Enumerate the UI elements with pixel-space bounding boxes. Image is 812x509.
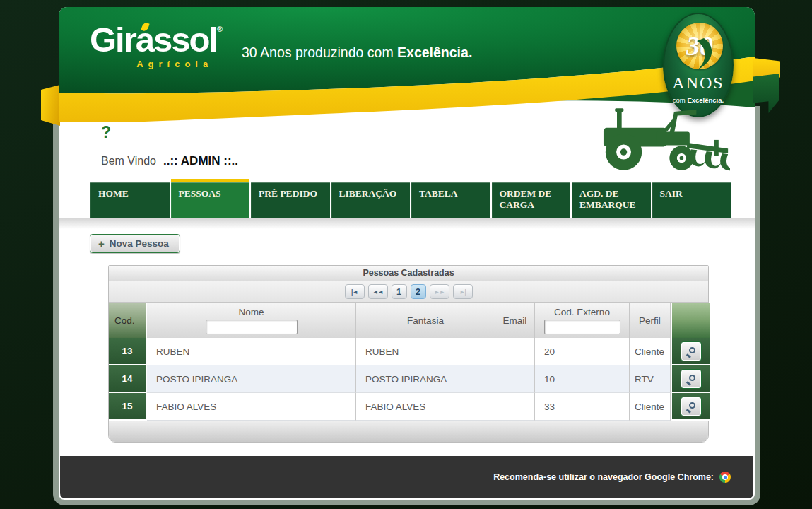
logo-subtitle: Agrícola — [90, 59, 223, 69]
cell-perfil: Cliente — [630, 393, 671, 421]
nav-item-home[interactable]: HOME — [90, 182, 170, 218]
cell-email — [495, 338, 535, 365]
badge-anos-label: ANOS — [664, 74, 732, 93]
plus-icon: + — [98, 238, 105, 250]
table-title: Pessoas Cadastradas — [109, 266, 708, 281]
table-row: 14 POSTO IPIRANGA POSTO IPIRANGA 10 RTV — [109, 365, 708, 393]
cell-email — [495, 393, 535, 421]
badge-leaf-icon — [694, 38, 718, 69]
column-header-perfil: Perfil — [630, 303, 671, 338]
pagination-page-1-button[interactable]: 1 — [392, 284, 407, 299]
tagline-bold-text: Excelência. — [397, 45, 472, 60]
cell-fantasia: FABIO ALVES — [356, 393, 495, 421]
cell-actions — [671, 393, 710, 421]
cell-email — [495, 365, 535, 393]
pagination-next-button[interactable]: ►► — [430, 284, 449, 299]
table-row: 13 RUBEN RUBEN 20 Cliente — [109, 338, 708, 365]
main-navigation: HOME PESSOAS PRÉ PEDIDO LIBERAÇÂO TABELA… — [90, 179, 731, 218]
pagination-prev-button[interactable]: ◄◄ — [368, 284, 388, 299]
cell-cod-externo: 10 — [535, 365, 630, 393]
cell-cod: 14 — [109, 365, 147, 393]
logo-text: Girassol — [90, 21, 217, 59]
column-header-nome: Nome — [147, 303, 356, 338]
column-header-actions — [671, 303, 710, 338]
nav-item-ordem-de-carga[interactable]: ORDEM DE CARGA — [492, 182, 571, 218]
view-person-button[interactable] — [681, 397, 702, 416]
cell-fantasia: POSTO IPIRANGA — [356, 365, 495, 393]
help-icon[interactable]: ? — [101, 123, 111, 142]
column-header-fantasia: Fantasia — [356, 303, 495, 338]
nav-item-pre-pedido[interactable]: PRÉ PEDIDO — [251, 182, 330, 218]
table-header-row: Cod. Nome Fantasia Email Cod. Externo Pe… — [109, 303, 708, 338]
view-person-button[interactable] — [681, 369, 702, 389]
nav-item-tabela[interactable]: TABELA — [411, 182, 490, 218]
welcome-greeting: Bem Vindo — [101, 155, 156, 167]
email-label: Email — [503, 315, 527, 326]
nav-item-liberacao[interactable]: LIBERAÇÂO — [331, 182, 411, 218]
page-footer: Recomenda-se utilizar o navegador Google… — [60, 456, 753, 498]
cell-cod: 15 — [109, 393, 147, 421]
new-person-label: Nova Pessoa — [110, 238, 169, 249]
nav-item-pessoas[interactable]: PESSOAS — [171, 179, 250, 218]
cell-actions — [671, 338, 710, 365]
banner-tagline: 30 Anos produzindo com Excelência. — [242, 45, 472, 61]
cod-externo-filter-input[interactable] — [544, 320, 620, 334]
cell-fantasia: RUBEN — [356, 338, 495, 365]
application-window: Girassol® Agrícola 30 Anos produzindo co… — [0, 0, 812, 509]
cell-perfil: RTV — [630, 365, 671, 393]
chrome-icon — [719, 472, 731, 483]
tagline-text: 30 Anos produzindo com — [242, 45, 397, 60]
pagination-last-button[interactable]: ►| — [453, 284, 473, 299]
cell-actions — [671, 365, 710, 393]
browser-recommendation-text: Recomenda-se utilizar o navegador Google… — [493, 472, 714, 482]
table-footer-bar — [109, 421, 708, 442]
column-header-email: Email — [495, 303, 535, 338]
pagination-bar: |◄ ◄◄ 1 2 ►► ►| — [109, 281, 708, 303]
welcome-message: Bem Vindo..:: ADMIN ::.. — [101, 154, 238, 168]
people-table-panel: Pessoas Cadastradas |◄ ◄◄ 1 2 ►► ►| Cod.… — [108, 265, 709, 443]
search-icon — [689, 402, 695, 409]
nav-item-sair[interactable]: SAIR — [652, 182, 731, 218]
cell-cod-externo: 20 — [535, 338, 630, 365]
cell-cod-externo: 33 — [535, 393, 630, 421]
nome-filter-input[interactable] — [206, 320, 298, 334]
nome-label: Nome — [238, 307, 264, 317]
column-header-cod: Cod. — [109, 303, 147, 338]
search-icon — [689, 375, 695, 381]
view-person-button[interactable] — [681, 341, 702, 361]
tractor-icon — [589, 103, 730, 174]
pagination-page-2-button[interactable]: 2 — [411, 284, 426, 299]
perfil-label: Perfil — [639, 315, 661, 326]
cell-perfil: Cliente — [630, 338, 671, 365]
cod-externo-label: Cod. Externo — [554, 307, 610, 317]
nav-item-agd-de-embarque[interactable]: AGD. DE EMBARQUE — [572, 182, 651, 218]
pagination-first-button[interactable]: |◄ — [345, 284, 365, 299]
ribbon-fold-left — [41, 85, 60, 126]
cell-nome: FABIO ALVES — [147, 393, 356, 421]
new-person-button[interactable]: + Nova Pessoa — [90, 234, 180, 253]
cell-nome: RUBEN — [147, 338, 356, 365]
search-icon — [689, 347, 695, 353]
table-row: 15 FABIO ALVES FABIO ALVES 33 Cliente — [109, 393, 708, 421]
thirty-years-badge: 30 ANOS com Excelência. — [663, 13, 734, 117]
cell-cod: 13 — [109, 338, 147, 365]
column-header-cod-externo: Cod. Externo — [535, 303, 630, 338]
nav-bottom-shadow — [59, 218, 755, 229]
girassol-logo: Girassol® Agrícola — [90, 23, 223, 69]
registered-mark: ® — [217, 25, 223, 33]
cell-nome: POSTO IPIRANGA — [147, 365, 356, 393]
fantasia-label: Fantasia — [407, 315, 444, 326]
logged-user-name: ..:: ADMIN ::.. — [163, 154, 238, 168]
